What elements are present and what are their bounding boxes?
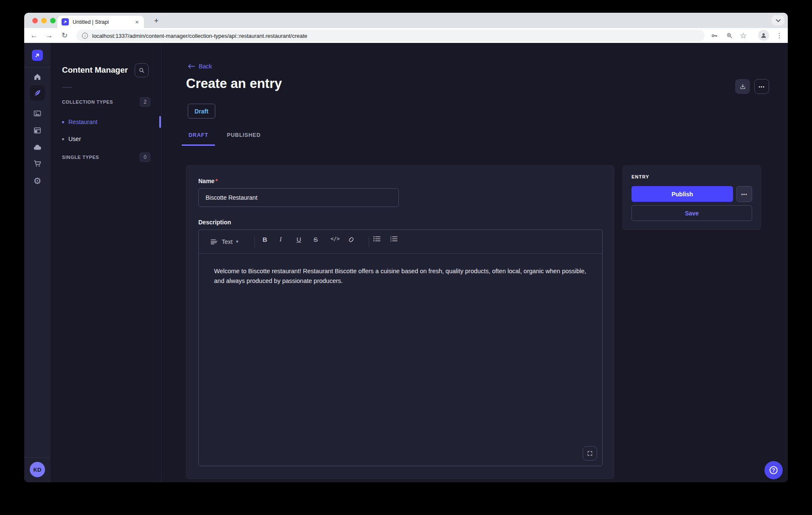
sidebar-divider (62, 87, 72, 88)
browser-toolbar: ← → ↻ i localhost:1337/admin/content-man… (24, 28, 788, 43)
entry-actions-row: Publish ••• (632, 186, 752, 202)
single-types-count-badge: 0 (140, 153, 150, 162)
bold-button[interactable]: B (262, 236, 274, 248)
rail-bottom-divider (24, 457, 51, 458)
search-button[interactable] (135, 63, 149, 77)
toolbar-separator (254, 236, 255, 247)
user-item-label: User (68, 136, 81, 142)
description-field-label: Description (198, 219, 602, 226)
browser-tabstrip: Untitled | Strapi × + (24, 13, 788, 28)
collection-types-label: COLLECTION TYPES (62, 99, 113, 105)
screenshot-stage: Untitled | Strapi × + ← → ↻ i localhost:… (0, 0, 812, 515)
save-button[interactable]: Save (632, 205, 752, 221)
editor-content[interactable]: Welcome to Biscotte restaurant! Restaura… (199, 254, 602, 299)
name-field-label: Name* (198, 178, 602, 184)
marketplace-cart-icon[interactable] (30, 156, 45, 171)
browser-back-button[interactable]: ← (28, 28, 40, 43)
content-manager-icon[interactable] (30, 85, 45, 101)
rich-text-editor: Text ▾ B I U S </> (198, 229, 603, 466)
active-item-indicator (159, 116, 161, 128)
zoom-window-button[interactable] (50, 18, 56, 23)
bullet-icon (62, 121, 64, 123)
collection-types-count-badge: 2 (140, 97, 150, 107)
sidebar-item-user[interactable]: User (62, 131, 161, 147)
link-icon[interactable] (347, 236, 359, 248)
tab-draft[interactable]: DRAFT (182, 127, 215, 146)
browser-profile-avatar[interactable] (758, 30, 769, 41)
main-nav-rail: ⚙ KD (24, 43, 51, 482)
header-more-button[interactable]: ••• (754, 79, 769, 94)
sidebar-item-restaurant[interactable]: Restaurant (62, 114, 161, 130)
media-library-icon[interactable] (30, 106, 45, 121)
more-dots-icon: ••• (758, 84, 765, 89)
strikethrough-button[interactable]: S (313, 236, 325, 248)
svg-text:3: 3 (390, 240, 392, 241)
back-arrow-icon (188, 64, 195, 69)
settings-gear-icon[interactable]: ⚙ (30, 173, 45, 188)
user-avatar[interactable]: KD (30, 462, 45, 477)
entry-more-button[interactable]: ••• (736, 186, 752, 202)
password-key-icon[interactable] (708, 28, 721, 43)
help-button[interactable]: ? (764, 461, 783, 479)
strapi-logo-icon[interactable] (32, 50, 43, 61)
header-actions: ••• (735, 79, 769, 94)
main-content: Back Create an entry ••• Draft DRAFT PUB… (161, 43, 788, 482)
tab-published[interactable]: PUBLISHED (220, 127, 267, 146)
browser-tab[interactable]: Untitled | Strapi × (57, 16, 144, 28)
tab-search-button[interactable] (772, 15, 784, 25)
tab-title: Untitled | Strapi (73, 19, 134, 25)
content-manager-sidebar: Content Manager COLLECTION TYPES 2 Resta… (51, 43, 161, 482)
address-bar[interactable]: i localhost:1337/admin/content-manager/c… (76, 30, 705, 42)
new-tab-button[interactable]: + (151, 15, 162, 26)
bullet-icon (62, 138, 64, 140)
block-type-label[interactable]: Text (222, 238, 233, 245)
question-mark-icon: ? (770, 466, 778, 474)
name-input[interactable] (198, 188, 399, 207)
page-title: Create an entry (186, 76, 282, 91)
back-label: Back (199, 63, 212, 70)
publish-button[interactable]: Publish (632, 186, 733, 202)
underline-button[interactable]: U (296, 236, 308, 248)
back-link[interactable]: Back (188, 63, 212, 70)
zoom-page-icon[interactable] (723, 28, 736, 43)
entry-form-panel: Name* Description Text ▾ B (186, 165, 614, 479)
version-tabs: DRAFT PUBLISHED (182, 127, 268, 146)
restaurant-item-label: Restaurant (68, 119, 97, 125)
content-type-builder-icon[interactable] (30, 123, 45, 138)
bulleted-list-icon[interactable] (373, 236, 385, 248)
svg-text:1: 1 (390, 236, 392, 238)
browser-reload-button[interactable]: ↻ (58, 28, 71, 43)
required-asterisk: * (215, 178, 217, 184)
deploy-cloud-icon[interactable] (30, 140, 45, 155)
site-info-icon[interactable]: i (82, 33, 88, 39)
window-controls (32, 18, 56, 23)
single-types-section: SINGLE TYPES 0 (62, 153, 150, 162)
paragraph-style-icon[interactable] (211, 239, 217, 245)
close-window-button[interactable] (32, 18, 38, 23)
editor-toolbar: Text ▾ B I U S </> (199, 230, 602, 254)
browser-window: Untitled | Strapi × + ← → ↻ i localhost:… (24, 13, 788, 482)
code-button[interactable]: </> (330, 236, 342, 248)
italic-button[interactable]: I (279, 236, 291, 248)
single-types-label: SINGLE TYPES (62, 155, 99, 160)
strapi-app: ⚙ KD Content Manager COLLECTION TYPES 2 … (24, 43, 788, 482)
entry-panel-title: ENTRY (632, 174, 752, 179)
sidebar-title: Content Manager (62, 65, 128, 75)
bookmark-star-icon[interactable]: ☆ (737, 28, 750, 43)
strapi-favicon-icon (62, 18, 69, 25)
tab-close-icon[interactable]: × (134, 19, 140, 25)
expand-editor-button[interactable] (583, 446, 597, 461)
home-icon[interactable] (30, 69, 45, 85)
rail-divider (24, 67, 51, 68)
export-download-button[interactable] (735, 79, 750, 94)
more-dots-icon: ••• (741, 192, 747, 197)
status-badge: Draft (188, 104, 215, 119)
minimize-window-button[interactable] (41, 18, 47, 23)
browser-forward-button[interactable]: → (43, 28, 56, 43)
browser-menu-icon[interactable]: ⋮ (773, 28, 786, 43)
numbered-list-icon[interactable]: 123 (390, 236, 402, 248)
chevron-down-icon[interactable]: ▾ (236, 239, 239, 244)
url-text[interactable]: localhost:1337/admin/content-manager/col… (92, 33, 307, 39)
entry-side-panel: ENTRY Publish ••• Save (623, 165, 761, 230)
collection-types-section: COLLECTION TYPES 2 (62, 97, 150, 107)
